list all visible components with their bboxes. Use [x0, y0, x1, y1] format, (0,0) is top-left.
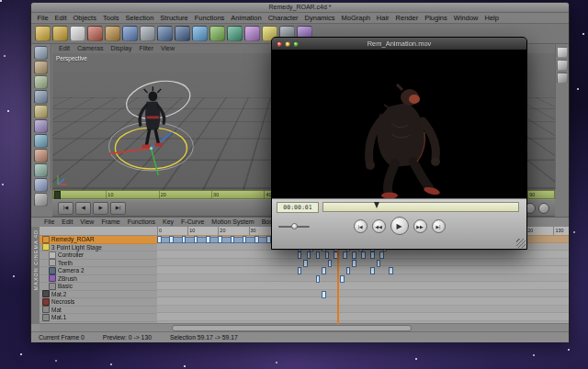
track-lane-basic[interactable] — [157, 282, 569, 290]
window-titlebar[interactable]: Remedy_ROAR.c4d * — [31, 3, 569, 13]
qt-play-button[interactable]: ▶ — [390, 217, 409, 235]
model-mode-icon[interactable] — [34, 61, 48, 74]
viewport-menu-display[interactable]: Display — [107, 44, 135, 53]
enable-axis-icon[interactable] — [34, 149, 48, 162]
panel-icon[interactable] — [557, 60, 568, 71]
y-axis-handle[interactable] — [151, 149, 158, 175]
menu-window[interactable]: Window — [450, 14, 481, 22]
track-lane-mat[interactable] — [157, 306, 569, 314]
track-basic[interactable]: Basic — [40, 283, 157, 291]
track-lane-mat-2[interactable] — [157, 290, 569, 298]
viewport-solo-icon[interactable] — [34, 163, 48, 177]
track-lane-zbrush[interactable] — [157, 274, 569, 283]
rotate-tool-icon[interactable] — [122, 26, 138, 41]
video-area[interactable] — [272, 50, 526, 198]
track-icon — [49, 267, 56, 274]
render-settings-icon[interactable] — [175, 26, 190, 41]
polygons-mode-icon[interactable] — [34, 134, 48, 148]
qt-goto-end-button[interactable]: ▶| — [432, 219, 446, 233]
render-view-icon[interactable] — [157, 26, 173, 41]
timeline-menu-functions[interactable]: Functions — [124, 218, 159, 227]
previous-frame-button[interactable]: ◀ — [75, 202, 91, 215]
edges-mode-icon[interactable] — [34, 119, 48, 133]
add-cube-icon[interactable] — [192, 26, 208, 41]
scale-tool-icon[interactable] — [105, 26, 120, 41]
points-mode-icon[interactable] — [34, 105, 48, 118]
texture-mode-icon[interactable] — [34, 75, 48, 89]
track-lane-mat-1[interactable] — [157, 313, 569, 321]
menu-dynamics[interactable]: Dynamics — [301, 14, 338, 22]
menu-render[interactable]: Render — [392, 14, 422, 22]
timeline-menu-file[interactable]: File — [40, 218, 58, 227]
track-lane-controller[interactable] — [157, 251, 569, 259]
menu-tools[interactable]: Tools — [99, 14, 122, 22]
add-spline-icon[interactable] — [209, 26, 225, 41]
menu-help[interactable]: Help — [481, 14, 502, 22]
snap-icon[interactable] — [34, 178, 48, 192]
menu-selection[interactable]: Selection — [122, 14, 157, 22]
menu-character[interactable]: Character — [265, 14, 301, 22]
timeline-menu-edit[interactable]: Edit — [58, 218, 76, 227]
quicktime-titlebar[interactable]: Rem_Animation.mov — [272, 38, 526, 50]
redo-icon[interactable] — [52, 26, 68, 41]
close-button[interactable] — [277, 41, 282, 47]
track-remedy-roar[interactable]: Remedy_ROAR — [40, 236, 157, 244]
lock-icon[interactable] — [34, 193, 48, 207]
timeline-hscroll-thumb[interactable] — [172, 325, 412, 331]
menu-functions[interactable]: Functions — [191, 14, 228, 22]
menu-file[interactable]: File — [34, 14, 51, 22]
coordinate-system-icon[interactable] — [140, 26, 155, 41]
track-lane-teeth[interactable] — [157, 259, 569, 267]
timeline-menu-frame[interactable]: Frame — [97, 218, 123, 227]
timeline-menu-motion-system[interactable]: Motion System — [208, 218, 257, 227]
qt-rewind-button[interactable]: ◀◀ — [372, 219, 386, 233]
layout-icon[interactable] — [557, 47, 568, 58]
add-nurbs-icon[interactable] — [227, 26, 243, 41]
resize-grip[interactable] — [516, 239, 526, 248]
scrubber-track[interactable] — [322, 202, 519, 212]
track-mat-1[interactable]: Mat.1 — [40, 314, 157, 322]
main-menubar: FileEditObjectsToolsSelectionStructureFu… — [31, 13, 569, 24]
track-lane-camera-2[interactable] — [157, 266, 569, 274]
zoom-button[interactable] — [293, 41, 299, 47]
menu-mograph[interactable]: MoGraph — [338, 14, 373, 22]
menu-plugins[interactable]: Plugins — [422, 14, 451, 22]
minimize-button[interactable] — [285, 41, 290, 47]
timeline-menu-view[interactable]: View — [76, 218, 97, 227]
move-tool-icon[interactable] — [87, 26, 103, 41]
record-parameter-icon[interactable] — [538, 203, 549, 214]
track-teeth[interactable]: Teeth — [40, 260, 157, 268]
track-camera-2[interactable]: Camera 2 — [40, 267, 157, 275]
track-lane-necrosis[interactable] — [157, 297, 569, 306]
qt-goto-start-button[interactable]: |◀ — [354, 219, 368, 233]
menu-edit[interactable]: Edit — [51, 14, 70, 22]
goto-end-button[interactable]: ▶| — [110, 202, 126, 215]
track-zbrush[interactable]: ZBrush — [40, 275, 157, 284]
play-button[interactable]: ▶ — [93, 202, 108, 215]
qt-fast-forward-button[interactable]: ▶▶ — [413, 219, 427, 233]
viewport-menu-filter[interactable]: Filter — [135, 44, 157, 53]
current-frame-status: Current Frame 0 — [39, 334, 85, 341]
viewport-menu-cameras[interactable]: Cameras — [74, 44, 107, 53]
convert-object-icon[interactable] — [34, 46, 48, 60]
workplane-icon[interactable] — [34, 90, 48, 104]
scrubber-playhead[interactable] — [374, 202, 379, 208]
track-necrosis[interactable]: Necrosis — [40, 298, 157, 307]
menu-structure[interactable]: Structure — [157, 14, 191, 22]
menu-animation[interactable]: Animation — [228, 14, 265, 22]
add-modeling-icon[interactable] — [244, 26, 260, 41]
menu-objects[interactable]: Objects — [70, 14, 99, 22]
track-3-point-light-stage[interactable]: 3 Point Light Stage — [40, 244, 157, 252]
timeline-menu-f-curve[interactable]: F-Curve — [177, 218, 208, 227]
track-controller[interactable]: Controller — [40, 252, 157, 260]
timeline-menu-key[interactable]: Key — [159, 218, 177, 227]
menu-hair[interactable]: Hair — [373, 14, 392, 22]
goto-start-button[interactable]: |◀ — [58, 202, 74, 215]
viewport-menu-view[interactable]: View — [157, 44, 178, 53]
undo-icon[interactable] — [35, 26, 51, 41]
live-selection-icon[interactable] — [70, 26, 85, 41]
view-toggle-icon[interactable] — [557, 73, 568, 84]
viewport-menu-edit[interactable]: Edit — [55, 44, 74, 53]
track-mat[interactable]: Mat — [40, 307, 157, 315]
track-mat-2[interactable]: Mat.2 — [40, 291, 157, 299]
